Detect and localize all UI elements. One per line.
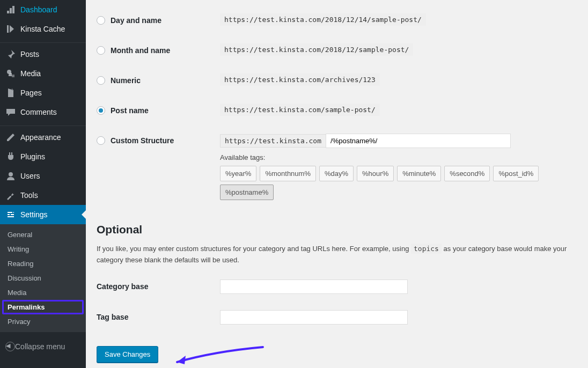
sidebar-item-settings[interactable]: Settings [0,205,86,224]
save-changes-button[interactable]: Save Changes [97,346,158,363]
category-base-input[interactable] [220,279,408,294]
sidebar-item-tools[interactable]: Tools [0,186,86,205]
sub-item-permalinks[interactable]: Permalinks [2,300,84,314]
admin-sidebar: Dashboard Kinsta Cache Posts Media Pa [0,0,86,368]
radio-icon [97,136,105,145]
sidebar-item-dashboard[interactable]: Dashboard [0,0,86,19]
appearance-icon [5,132,16,143]
sub-item-media[interactable]: Media [0,285,86,300]
available-tags-label: Available tags: [220,153,572,161]
tag-base-label: Tag base [97,302,215,333]
tag-post-id[interactable]: %post_id% [493,166,539,181]
media-icon [5,68,16,79]
example-month-name: https://test.kinsta.com/2018/12/sample-p… [220,43,413,56]
settings-content: Day and name https://test.kinsta.com/201… [86,0,588,368]
collapse-icon: ◀ [5,342,15,351]
example-post-name: https://test.kinsta.com/sample-post/ [220,104,380,116]
tag-monthnum[interactable]: %monthnum% [260,166,316,181]
sub-item-reading[interactable]: Reading [0,256,86,271]
radio-numeric[interactable]: Numeric [97,76,209,85]
optional-description: If you like, you may enter custom struct… [97,244,577,266]
settings-submenu: General Writing Reading Discussion Media… [0,224,86,332]
radio-label: Month and name [111,46,170,55]
radio-label: Custom Structure [111,136,174,145]
sidebar-item-label: Dashboard [20,5,57,14]
sidebar-item-appearance[interactable]: Appearance [0,128,86,147]
radio-icon [97,46,105,55]
sidebar-item-posts[interactable]: Posts [0,45,86,64]
menu-separator [0,123,86,126]
radio-icon [97,16,105,25]
optional-table: Category base Tag base [97,271,577,333]
sidebar-item-plugins[interactable]: Plugins [0,147,86,166]
radio-label: Numeric [111,76,141,85]
sidebar-item-label: Pages [20,89,42,97]
tools-icon [5,190,16,201]
sidebar-item-label: Posts [20,50,39,58]
radio-month-name[interactable]: Month and name [97,46,209,55]
category-base-label: Category base [97,271,215,302]
pages-icon [5,87,16,98]
sidebar-item-label: Users [20,172,40,180]
svg-point-1 [9,172,13,176]
custom-structure-input[interactable] [326,134,511,148]
annotation-arrow [172,346,268,362]
example-day-name: https://test.kinsta.com/2018/12/14/sampl… [220,13,426,26]
radio-custom-structure[interactable]: Custom Structure [97,136,209,145]
sidebar-item-pages[interactable]: Pages [0,83,86,102]
plugins-icon [5,151,16,162]
sidebar-item-label: Kinsta Cache [20,25,65,33]
tag-hour[interactable]: %hour% [357,166,394,181]
sidebar-item-label: Media [20,69,41,78]
kinsta-icon [5,24,16,34]
sub-item-writing[interactable]: Writing [0,242,86,256]
radio-label: Post name [111,106,149,115]
sidebar-item-media[interactable]: Media [0,64,86,83]
collapse-label: Collapse menu [15,342,65,351]
menu-separator [0,40,86,43]
radio-day-name[interactable]: Day and name [97,16,209,25]
sidebar-item-comments[interactable]: Comments [0,102,86,122]
radio-icon [97,76,105,85]
radio-label: Day and name [111,16,161,25]
optional-desc-code: topics [411,244,442,254]
sidebar-item-label: Comments [20,108,57,116]
sidebar-item-label: Plugins [20,152,45,161]
example-numeric: https://test.kinsta.com/archives/123 [220,73,380,86]
tag-base-input[interactable] [220,310,408,325]
pin-icon [5,49,16,60]
tag-postname[interactable]: %postname% [220,185,274,200]
sidebar-item-label: Tools [20,191,38,200]
sidebar-item-users[interactable]: Users [0,166,86,186]
sub-item-general[interactable]: General [0,227,86,242]
sub-item-discussion[interactable]: Discussion [0,271,86,285]
sidebar-item-label: Settings [20,210,48,219]
optional-desc-pre: If you like, you may enter custom struct… [97,245,411,253]
comments-icon [5,107,16,117]
optional-heading: Optional [97,223,577,236]
sidebar-item-label: Appearance [20,133,61,142]
radio-post-name[interactable]: Post name [97,106,209,115]
permalink-structure-table: Day and name https://test.kinsta.com/201… [97,5,577,208]
tag-day[interactable]: %day% [319,166,354,181]
collapse-menu[interactable]: ◀ Collapse menu [0,337,86,356]
settings-icon [5,209,16,220]
users-icon [5,171,16,181]
tag-year[interactable]: %year% [220,166,256,181]
tag-minute[interactable]: %minute% [397,166,441,181]
sidebar-item-kinsta-cache[interactable]: Kinsta Cache [0,19,86,39]
sub-item-privacy[interactable]: Privacy [0,314,86,329]
tag-second[interactable]: %second% [444,166,490,181]
radio-icon [97,106,105,115]
dashboard-icon [5,4,16,15]
available-tags: %year% %monthnum% %day% %hour% %minute% … [220,166,572,200]
custom-prefix: https://test.kinsta.com [220,134,326,148]
